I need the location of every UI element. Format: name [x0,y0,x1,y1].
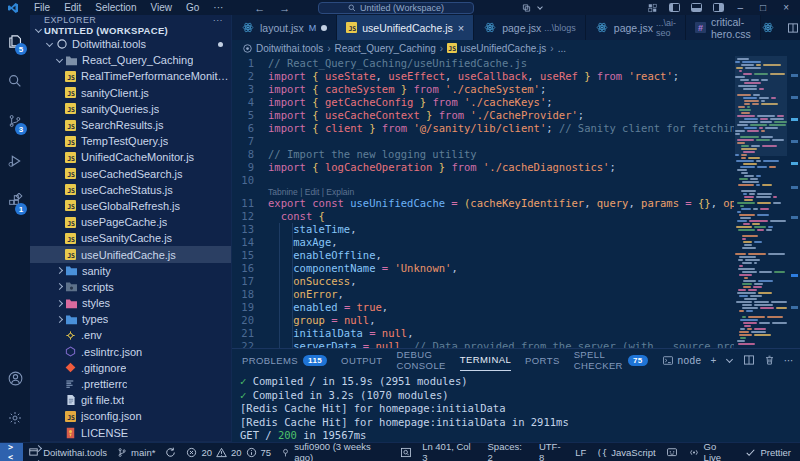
tree-item-doitwithai-tools[interactable]: Doitwithai.tools [30,36,231,52]
toggle-panel-icon[interactable] [691,3,702,12]
chevron-down-icon[interactable] [726,359,734,362]
chevron-right-icon[interactable] [54,284,65,289]
activity-settings[interactable] [0,398,30,438]
tree-item-usepagecache-js[interactable]: JSusePageCache.js [30,214,231,230]
tree-item-sanity[interactable]: sanity [30,263,231,279]
status-eol[interactable]: LF [570,443,591,461]
status-indentation[interactable]: Spaces: 2 [483,443,534,461]
menu-file[interactable]: File [27,2,57,13]
activity-source-control[interactable]: 3 [0,101,30,141]
tab-close-icon[interactable]: × [458,22,464,34]
tree-item-eslintrc-json[interactable]: .eslintrc.json [30,344,231,360]
menu-edit[interactable]: Edit [57,2,88,13]
split-terminal-icon[interactable] [743,354,755,366]
breadcrumb-item-useunifiedcache-js[interactable]: JSuseUnifiedCache.js [447,43,546,54]
tab-page-jsx-ai-seo[interactable]: page.jsx...\ai-seo [586,15,686,40]
tree-item-temptestquery-js[interactable]: JSTempTestQuery.js [30,133,231,149]
tree-item-useunifiedcache-js[interactable]: JSuseUnifiedCache.js [30,246,231,262]
activity-search[interactable] [0,61,30,101]
window-minimize-button[interactable]: – [735,2,747,13]
tab-dirty-dot[interactable] [321,25,327,31]
status-git-blame[interactable]: sufi0900 (3 weeks ago) [276,443,395,461]
tree-item-usecachestatus-js[interactable]: JSuseCacheStatus.js [30,182,231,198]
tab-layout-jsx[interactable]: layout.jsxM [232,15,337,40]
nav-back-button[interactable]: ← [254,2,265,14]
split-editor-icon[interactable] [787,22,799,34]
tree-item-gitignore[interactable]: .gitignore [30,360,231,376]
status-prettier[interactable]: Prettier [740,443,796,461]
panel-tab-spell-checker[interactable]: SPELL CHECKER75 [574,349,648,371]
breadcrumb-item-[interactable]: ... [558,43,566,54]
menu-selection[interactable]: Selection [88,2,143,13]
tab-page-jsx-blogs[interactable]: page.jsx...\blogs [474,15,586,40]
panel-tab-output[interactable]: OUTPUT [341,349,382,371]
new-terminal-icon[interactable]: + [710,355,716,366]
status-sync[interactable] [160,443,181,461]
status-zoom-tool[interactable] [395,443,417,461]
more-icon[interactable]: ⋯ [784,355,794,366]
tree-item-env[interactable]: .env [30,327,231,343]
window-restore-button[interactable]: □ [757,2,769,13]
tree-item-searchresults-js[interactable]: JSSearchResults.js [30,117,231,133]
breadcrumb-item-doitwithai-tools[interactable]: Doitwithai.tools [242,43,323,54]
panel-tab-problems[interactable]: PROBLEMS115 [242,349,327,371]
atom-icon[interactable] [761,21,775,34]
activity-account[interactable] [0,358,30,398]
chevron-right-icon[interactable] [54,301,65,306]
kill-terminal-icon[interactable] [764,354,775,366]
menu-view[interactable]: View [144,2,180,13]
explorer-more-icon[interactable]: ··· [213,15,223,25]
toggle-sidebar-icon[interactable] [669,3,680,12]
status-go-live[interactable]: Go Live [683,443,741,461]
tree-item-jsconfig-json[interactable]: JSjsconfig.json [30,408,231,424]
tree-item-realtimeperformancemonitor-js[interactable]: JSRealTimePerformanceMonitor.js [30,68,231,84]
code-editor[interactable]: 1// React_Query_Caching/useUnifiedCache.… [232,56,800,348]
tree-item-styles[interactable]: styles [30,295,231,311]
tree-item-sanityclient-js[interactable]: JSsanityClient.js [30,85,231,101]
tab-critical-hero-css[interactable]: #critical-hero.css [686,15,761,40]
tree-item-sanityqueries-js[interactable]: JSsanityQueries.js [30,101,231,117]
customize-layout-icon[interactable] [647,3,658,13]
toggle-secondary-sidebar-icon[interactable] [713,3,724,12]
title-action-icon[interactable] [521,3,546,13]
nav-forward-button[interactable]: → [279,2,290,14]
status-problems[interactable]: 202075 [181,443,276,461]
command-center-search[interactable]: Untitled (Workspace) [318,2,474,14]
panel-tab-ports[interactable]: PORTS [525,349,560,371]
status-language-mode[interactable]: ({JavaScript [591,443,660,461]
workspace-header[interactable]: UNTITLED (WORKSPACE) [30,25,231,36]
tree-item-types[interactable]: types [30,311,231,327]
tab-useunifiedcache-js[interactable]: JSuseUnifiedCache.js× [337,15,474,40]
tree-item-unifiedcachemonitor-js[interactable]: JSUnifiedCacheMonitor.js [30,149,231,165]
tree-item-git-file-txt[interactable]: git file.txt [30,392,231,408]
menu-[interactable]: ··· [206,2,230,13]
chevron-down-icon[interactable] [54,59,65,62]
tree-item-license[interactable]: LICENSE [30,425,231,441]
chevron-right-icon[interactable] [54,268,65,273]
chevron-down-icon[interactable] [44,43,55,46]
panel-tab-debug-console[interactable]: DEBUG CONSOLE [397,349,446,371]
minimap-slider[interactable] [735,56,787,156]
status-encoding[interactable]: UTF-8 [534,443,570,461]
git-icon [64,362,77,373]
chevron-right-icon[interactable] [54,317,65,322]
activity-extensions[interactable]: 1 [0,181,30,221]
menu-go[interactable]: Go [179,2,206,13]
remote-indicator[interactable]: >< [0,443,23,461]
status-feedback[interactable] [661,443,683,461]
tree-item-usecachedsearch-js[interactable]: JSuseCachedSearch.js [30,166,231,182]
codelens-actions[interactable]: Tabnine | Edit | Explain [232,187,734,197]
panel-tab-terminal[interactable]: TERMINAL [460,349,511,371]
status-git-branch[interactable]: main* [112,443,160,461]
tree-item-usesanitycache-js[interactable]: JSuseSanityCache.js [30,230,231,246]
window-close-button[interactable]: × [780,2,792,13]
status-cursor-position[interactable]: Ln 401, Col 3 [417,443,482,461]
tree-item-react-query-caching[interactable]: React_Query_Caching [30,52,231,68]
tree-item-scripts[interactable]: scripts [30,279,231,295]
tree-item-prettierrc[interactable]: .prettierrc [30,376,231,392]
breadcrumb-item-react-query-caching[interactable]: React_Query_Caching [335,43,436,54]
tree-item-useglobalrefresh-js[interactable]: JSuseGlobalRefresh.js [30,198,231,214]
activity-explorer[interactable]: 5 [0,21,30,61]
shell-selector[interactable]: node [662,355,702,366]
activity-run-debug[interactable] [0,141,30,181]
